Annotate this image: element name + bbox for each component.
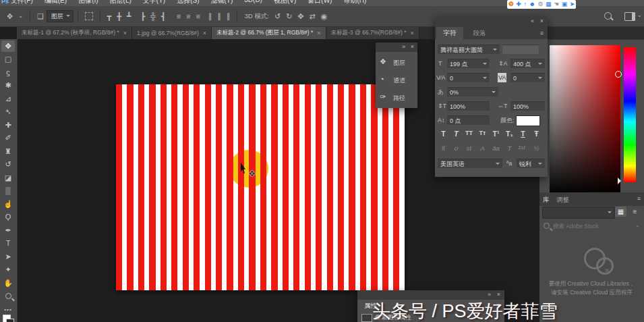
align-left-icon[interactable]: ┣: [141, 6, 146, 26]
type-tool[interactable]: T: [1, 238, 15, 249]
3d-rotate-icon[interactable]: ↺: [274, 6, 281, 26]
collapse-icon[interactable]: «: [531, 18, 534, 24]
menu-select[interactable]: 选择(S): [177, 0, 199, 5]
font-size-field[interactable]: 199 点: [447, 59, 490, 68]
all-caps-button[interactable]: TT: [463, 130, 475, 136]
menu-layer[interactable]: 图层(L): [110, 0, 131, 5]
crop-tool[interactable]: ⊿: [1, 93, 15, 105]
align-hcenter-icon[interactable]: ╬: [150, 6, 156, 26]
menu-view[interactable]: 视图(V): [274, 0, 296, 5]
face-icon[interactable]: ☻: [529, 0, 535, 9]
share-icon[interactable]: ➤: [570, 0, 575, 9]
3d-scale-icon[interactable]: ◉: [321, 6, 328, 26]
move-tool[interactable]: ✥: [1, 41, 15, 52]
distribute-top-icon[interactable]: ≡: [177, 6, 181, 26]
distribute-vcenter-icon[interactable]: ≡: [186, 6, 190, 26]
tracking-field[interactable]: 0: [510, 73, 545, 82]
font-family-dropdown[interactable]: 腾祥嘉丽大圆简: [438, 45, 500, 54]
faux-bold-button[interactable]: T: [438, 130, 449, 138]
menu-image[interactable]: 图像(I): [78, 0, 98, 5]
menu-window[interactable]: 窗口(W): [308, 0, 332, 5]
workspace-icon[interactable]: [624, 12, 635, 21]
text-color-swatch[interactable]: [516, 115, 540, 126]
stylistic-alternates-button[interactable]: āa: [490, 144, 502, 152]
hand-icon[interactable]: ☚: [554, 0, 559, 9]
quick-select-tool[interactable]: ✱: [1, 80, 15, 91]
channels-icon[interactable]: ◔: [380, 75, 384, 83]
healing-tool[interactable]: ✚: [1, 119, 15, 131]
subscript-button[interactable]: T₁: [504, 130, 515, 138]
align-top-icon[interactable]: ┳: [107, 6, 112, 26]
smudge-tool[interactable]: ☝: [1, 198, 15, 210]
tab-libraries[interactable]: 库: [543, 196, 550, 205]
lasso-tool[interactable]: ϛ: [1, 67, 15, 78]
search-icon[interactable]: [604, 12, 612, 20]
small-caps-button[interactable]: Tт: [477, 130, 488, 136]
grid-view-button[interactable]: ▦: [615, 207, 626, 217]
document-tab[interactable]: 未标题-3 @ 66.7%(RGB/8#) * ×: [326, 26, 419, 39]
marquee-tool[interactable]: ▢: [1, 53, 15, 65]
3d-pan-icon[interactable]: ✥: [297, 6, 303, 26]
close-icon[interactable]: ×: [123, 30, 127, 36]
tab-adjustments[interactable]: 调整: [556, 196, 569, 205]
close-icon[interactable]: ×: [203, 30, 206, 36]
document-tab-active[interactable]: 未标题-2 @ 66.7% (图层 1, RGB/8#) * ×: [212, 26, 326, 39]
expand-icon[interactable]: »: [402, 43, 405, 50]
hue-slider[interactable]: [624, 47, 636, 182]
eyedropper-tool[interactable]: ➴: [1, 106, 15, 117]
hand-tool[interactable]: ✋: [1, 277, 15, 289]
leading-field[interactable]: 400 点: [510, 59, 545, 68]
contextual-alternates-button[interactable]: ơ: [450, 144, 462, 152]
underline-button[interactable]: T: [517, 130, 529, 138]
library-search-row[interactable]: 搜索 Adobe Stock ⌄: [542, 221, 641, 232]
document-tab[interactable]: 1.jpg @ 66.7%(RGB/8#) ×: [132, 26, 212, 39]
pen-tool[interactable]: ✒: [1, 225, 15, 236]
history-brush-tool[interactable]: ↺: [1, 159, 15, 170]
tool-preset-chevron-icon[interactable]: ⌄: [18, 6, 23, 26]
fractions-button[interactable]: ½: [531, 144, 542, 152]
properties-header[interactable]: » ×: [357, 290, 504, 300]
keyboard-icon[interactable]: ▦: [546, 0, 552, 9]
align-right-icon[interactable]: ┫: [161, 6, 166, 26]
flyout-item-channels[interactable]: 通道: [393, 76, 405, 85]
tab-character[interactable]: 字符: [436, 27, 463, 39]
kerning-field[interactable]: 0: [447, 73, 490, 82]
close-icon[interactable]: ×: [540, 18, 544, 24]
superscript-button[interactable]: T¹: [490, 130, 502, 138]
close-icon[interactable]: ×: [317, 30, 320, 36]
strikethrough-button[interactable]: Ŧ: [531, 130, 542, 138]
hue-slider-arrow-icon[interactable]: [618, 178, 624, 184]
close-icon[interactable]: ×: [411, 43, 414, 50]
distribute-left-icon[interactable]: ∥: [208, 6, 212, 26]
gear-icon[interactable]: ⚙: [537, 0, 543, 9]
auto-select-dropdown[interactable]: 图层: [47, 10, 74, 22]
menu-type[interactable]: 文字(Y): [143, 0, 165, 5]
anti-alias-dropdown[interactable]: 锐利: [517, 159, 545, 168]
canvas[interactable]: [116, 84, 405, 290]
distribute-right-icon[interactable]: ∥: [227, 6, 231, 26]
tab-paragraph[interactable]: 段落: [466, 27, 493, 39]
distribute-bottom-icon[interactable]: ≡: [196, 6, 200, 26]
faux-italic-button[interactable]: T: [450, 130, 462, 138]
titling-alternates-button[interactable]: T: [504, 144, 515, 152]
align-vcenter-icon[interactable]: ╋: [117, 6, 121, 26]
flyout-item-layers[interactable]: 图层: [393, 59, 405, 68]
flyout-item-paths[interactable]: 路径: [393, 94, 405, 103]
auto-select-icon[interactable]: ❏: [37, 6, 44, 26]
discretionary-ligatures-button[interactable]: st: [463, 144, 475, 152]
vertical-scale-field[interactable]: 100%: [447, 101, 490, 111]
brush-tool[interactable]: ✐: [1, 132, 15, 144]
swash-button[interactable]: A: [477, 144, 488, 152]
show-transform-controls-icon[interactable]: [85, 12, 93, 20]
more-tools[interactable]: •••: [1, 304, 15, 315]
distribute-hcenter-icon[interactable]: ∥: [217, 6, 221, 26]
panel-menu-icon[interactable]: ≡: [540, 30, 544, 36]
proportional-spacing-field[interactable]: 0%: [447, 87, 498, 97]
3d-roll-icon[interactable]: ↻: [286, 6, 292, 26]
dodge-tool[interactable]: Ϙ: [1, 211, 15, 223]
background-color-swatch[interactable]: [6, 319, 14, 322]
zoom-tool[interactable]: [1, 290, 15, 302]
paths-icon[interactable]: ✑: [380, 92, 386, 101]
library-select-dropdown[interactable]: [542, 207, 615, 219]
upload-icon[interactable]: ↑: [523, 0, 527, 9]
